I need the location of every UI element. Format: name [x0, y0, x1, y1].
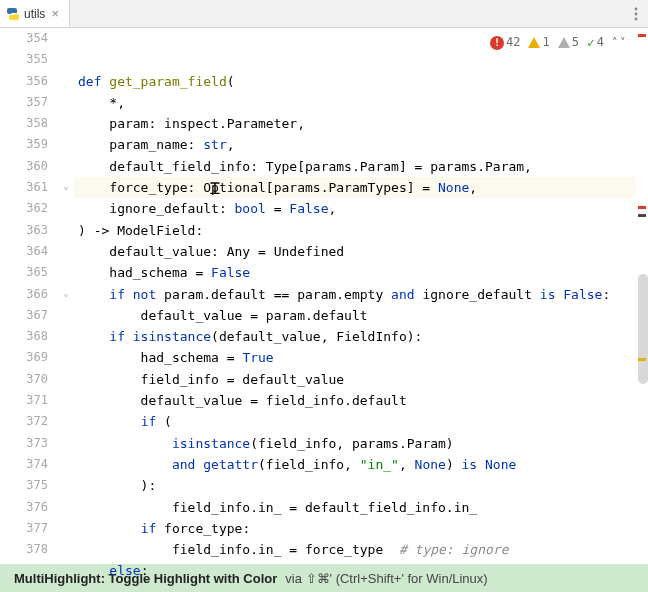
code-line[interactable] — [74, 582, 636, 592]
line-number: 368 — [0, 326, 48, 347]
close-icon[interactable]: × — [49, 8, 61, 20]
error-stripe-mark[interactable] — [638, 214, 646, 217]
warning-icon — [528, 37, 540, 48]
line-number: 359 — [0, 134, 48, 155]
line-number: 374 — [0, 454, 48, 475]
code-line[interactable]: ) -> ModelField: — [74, 220, 636, 241]
code-line[interactable]: def get_param_field( — [74, 71, 636, 92]
inspections-widget: ! 42 1 5 ✓ 4 ˄ ˅ — [490, 32, 626, 53]
gutter: 3543553563573583593603613623633643653663… — [0, 28, 60, 592]
code-line[interactable]: ignore_default: bool = False, — [74, 198, 636, 219]
marker-strip[interactable] — [636, 28, 648, 592]
line-number: 378 — [0, 539, 48, 560]
code-line[interactable]: isinstance(field_info, params.Param) — [74, 433, 636, 454]
code-line[interactable]: if force_type: — [74, 518, 636, 539]
inspection-error[interactable]: ! 42 — [490, 32, 520, 53]
line-number: 373 — [0, 433, 48, 454]
typo-count: 4 — [597, 32, 604, 53]
inspection-typo[interactable]: ✓ 4 — [587, 32, 604, 53]
ide-window: { "tab": { "filename": "utils", "close_g… — [0, 0, 648, 592]
tab-utils[interactable]: utils × — [0, 0, 70, 27]
inspection-warning[interactable]: 1 — [528, 32, 549, 53]
code-line[interactable]: had_schema = True — [74, 347, 636, 368]
error-count: 42 — [506, 32, 520, 53]
weak-warning-count: 5 — [572, 32, 579, 53]
error-stripe-mark[interactable] — [638, 358, 646, 361]
scrollbar-thumb[interactable] — [638, 274, 648, 384]
line-number: 366 — [0, 284, 48, 305]
line-number: 370 — [0, 369, 48, 390]
line-number: 377 — [0, 518, 48, 539]
code-line[interactable]: ): — [74, 475, 636, 496]
svg-point-2 — [635, 17, 638, 20]
editor[interactable]: ! 42 1 5 ✓ 4 ˄ ˅ 35435535635735835936036… — [0, 28, 648, 592]
line-number: 362 — [0, 198, 48, 219]
code-line[interactable]: field_info = default_value — [74, 369, 636, 390]
inspection-weak-warning[interactable]: 5 — [558, 32, 579, 53]
tab-bar: utils × — [0, 0, 648, 28]
code-line[interactable]: *, — [74, 92, 636, 113]
line-number: 354 — [0, 28, 48, 49]
line-number: 371 — [0, 390, 48, 411]
code-line[interactable]: and getattr(field_info, "in_", None) is … — [74, 454, 636, 475]
line-number: 364 — [0, 241, 48, 262]
line-number: 375 — [0, 475, 48, 496]
inspection-nav: ˄ ˅ — [612, 32, 626, 53]
line-number: 369 — [0, 347, 48, 368]
error-icon: ! — [490, 36, 504, 50]
code-area[interactable]: def get_param_field( *, param: inspect.P… — [74, 28, 636, 592]
svg-point-0 — [635, 7, 638, 10]
line-number: 372 — [0, 411, 48, 432]
svg-point-1 — [635, 12, 638, 15]
code-line[interactable]: if ( — [74, 411, 636, 432]
code-line[interactable]: field_info.in_ = force_type # type: igno… — [74, 539, 636, 560]
typo-icon: ✓ — [587, 32, 595, 53]
line-number: 355 — [0, 49, 48, 70]
error-stripe-mark[interactable] — [638, 34, 646, 37]
line-number: 363 — [0, 220, 48, 241]
line-number: 365 — [0, 262, 48, 283]
code-line[interactable]: default_value = field_info.default — [74, 390, 636, 411]
tab-options-button[interactable] — [634, 0, 638, 27]
fold-toggle[interactable]: ⌄ — [60, 181, 72, 193]
line-number: 360 — [0, 156, 48, 177]
line-number: 367 — [0, 305, 48, 326]
code-line[interactable]: default_value = param.default — [74, 305, 636, 326]
line-number: 357 — [0, 92, 48, 113]
python-file-icon — [6, 7, 20, 21]
line-number: 358 — [0, 113, 48, 134]
fold-strip: ⌄⌄ — [60, 28, 74, 592]
code-line[interactable]: had_schema = False — [74, 262, 636, 283]
code-line[interactable]: field_info.in_ = default_field_info.in_ — [74, 497, 636, 518]
fold-toggle[interactable]: ⌄ — [60, 288, 72, 300]
code-line[interactable]: else: — [74, 560, 636, 581]
error-stripe-mark[interactable] — [638, 206, 646, 209]
line-number: 356 — [0, 71, 48, 92]
code-line[interactable]: force_type: Optional[params.ParamTypes] … — [74, 177, 636, 198]
line-number: 361 — [0, 177, 48, 198]
tab-label: utils — [24, 7, 45, 21]
weak-warning-icon — [558, 37, 570, 48]
line-number: 376 — [0, 497, 48, 518]
code-line[interactable]: param_name: str, — [74, 134, 636, 155]
code-line[interactable]: default_field_info: Type[params.Param] =… — [74, 156, 636, 177]
code-line[interactable]: if isinstance(default_value, FieldInfo): — [74, 326, 636, 347]
inspection-next[interactable]: ˅ — [620, 32, 626, 53]
code-line[interactable]: default_value: Any = Undefined — [74, 241, 636, 262]
inspection-prev[interactable]: ˄ — [612, 32, 618, 53]
code-line[interactable]: if not param.default == param.empty and … — [74, 284, 636, 305]
warning-count: 1 — [542, 32, 549, 53]
code-line[interactable]: param: inspect.Parameter, — [74, 113, 636, 134]
